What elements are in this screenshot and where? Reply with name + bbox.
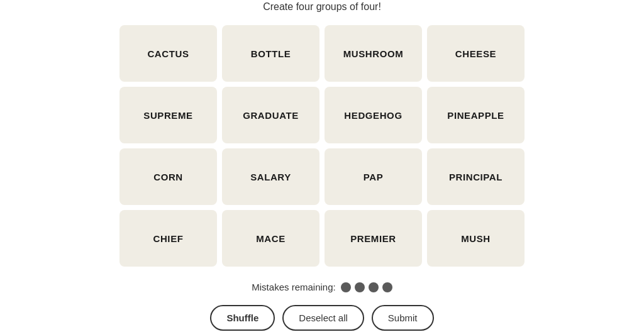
word-tile[interactable]: CORN (119, 148, 217, 205)
word-tile[interactable]: CHIEF (119, 210, 217, 267)
word-tile[interactable]: PAP (325, 148, 422, 205)
mistakes-dots (341, 282, 392, 292)
word-tile[interactable]: CACTUS (119, 25, 217, 82)
word-tile[interactable]: HEDGEHOG (325, 87, 422, 143)
word-tile[interactable]: PRINCIPAL (427, 148, 525, 205)
mistake-dot (369, 282, 379, 292)
mistakes-row: Mistakes remaining: (252, 282, 392, 292)
word-tile[interactable]: SUPREME (119, 87, 217, 143)
word-tile[interactable]: PINEAPPLE (427, 87, 525, 143)
deselect-all-button[interactable]: Deselect all (282, 305, 364, 331)
instructions-text: Create four groups of four! (263, 1, 381, 13)
mistakes-label: Mistakes remaining: (252, 282, 335, 292)
word-tile[interactable]: PREMIER (325, 210, 422, 267)
word-tile[interactable]: SALARY (222, 148, 319, 205)
word-tile[interactable]: BOTTLE (222, 25, 319, 82)
submit-button[interactable]: Submit (372, 305, 434, 331)
mistake-dot (382, 282, 392, 292)
word-grid: CACTUSBOTTLEMUSHROOMCHEESESUPREMEGRADUAT… (119, 25, 525, 267)
mistake-dot (341, 282, 351, 292)
word-tile[interactable]: MUSHROOM (325, 25, 422, 82)
word-tile[interactable]: GRADUATE (222, 87, 319, 143)
word-tile[interactable]: MUSH (427, 210, 525, 267)
mistake-dot (355, 282, 365, 292)
word-tile[interactable]: CHEESE (427, 25, 525, 82)
action-buttons: Shuffle Deselect all Submit (210, 305, 433, 331)
shuffle-button[interactable]: Shuffle (210, 305, 275, 331)
word-tile[interactable]: MACE (222, 210, 319, 267)
